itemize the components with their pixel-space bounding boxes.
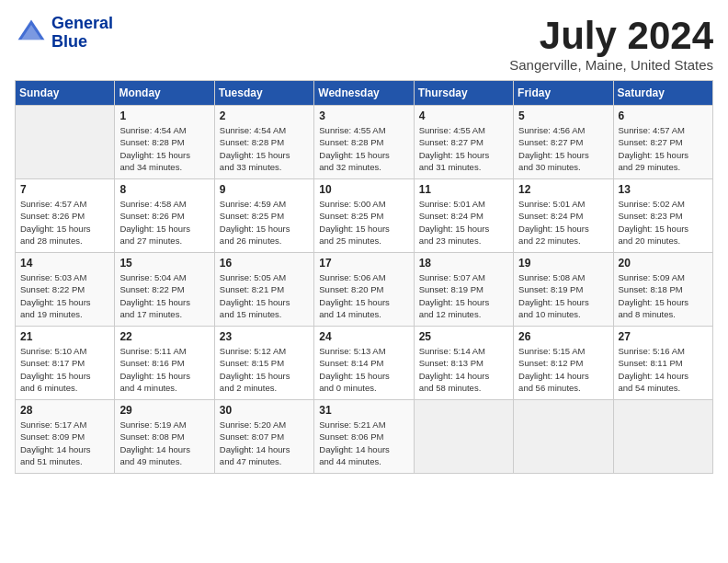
day-number: 12 — [518, 183, 608, 196]
day-number: 22 — [119, 330, 209, 343]
calendar-cell: 10Sunrise: 5:00 AM Sunset: 8:25 PM Dayli… — [314, 179, 414, 253]
day-info: Sunrise: 5:15 AM Sunset: 8:12 PM Dayligh… — [518, 345, 608, 394]
day-info: Sunrise: 4:59 AM Sunset: 8:25 PM Dayligh… — [220, 198, 309, 247]
day-number: 21 — [20, 330, 109, 343]
calendar-cell: 26Sunrise: 5:15 AM Sunset: 8:12 PM Dayli… — [514, 327, 613, 400]
day-number: 19 — [518, 257, 608, 270]
calendar-cell: 19Sunrise: 5:08 AM Sunset: 8:19 PM Dayli… — [514, 253, 613, 327]
calendar-cell: 22Sunrise: 5:11 AM Sunset: 8:16 PM Dayli… — [115, 327, 214, 400]
day-info: Sunrise: 5:13 AM Sunset: 8:14 PM Dayligh… — [319, 345, 408, 394]
month-title: July 2024 — [509, 15, 713, 57]
calendar-cell: 7Sunrise: 4:57 AM Sunset: 8:26 PM Daylig… — [16, 179, 115, 253]
day-info: Sunrise: 4:54 AM Sunset: 8:28 PM Dayligh… — [119, 124, 209, 173]
day-number: 27 — [619, 330, 708, 343]
calendar-week-row: 21Sunrise: 5:10 AM Sunset: 8:17 PM Dayli… — [16, 327, 713, 400]
logo-icon — [15, 17, 48, 50]
day-info: Sunrise: 5:07 AM Sunset: 8:19 PM Dayligh… — [419, 271, 508, 320]
day-number: 30 — [220, 404, 309, 417]
day-number: 11 — [419, 183, 508, 196]
calendar-cell: 20Sunrise: 5:09 AM Sunset: 8:18 PM Dayli… — [613, 253, 712, 327]
calendar-table: SundayMondayTuesdayWednesdayThursdayFrid… — [15, 80, 713, 474]
day-info: Sunrise: 5:21 AM Sunset: 8:06 PM Dayligh… — [319, 419, 408, 467]
day-number: 26 — [518, 330, 608, 343]
day-info: Sunrise: 4:58 AM Sunset: 8:26 PM Dayligh… — [119, 198, 209, 247]
day-info: Sunrise: 5:03 AM Sunset: 8:22 PM Dayligh… — [20, 271, 109, 320]
calendar-cell — [16, 106, 115, 179]
day-info: Sunrise: 5:05 AM Sunset: 8:21 PM Dayligh… — [220, 271, 309, 320]
day-info: Sunrise: 5:19 AM Sunset: 8:08 PM Dayligh… — [119, 419, 209, 467]
day-number: 20 — [619, 257, 708, 270]
calendar-cell: 24Sunrise: 5:13 AM Sunset: 8:14 PM Dayli… — [314, 327, 414, 400]
calendar-cell: 31Sunrise: 5:21 AM Sunset: 8:06 PM Dayli… — [314, 400, 414, 474]
day-number: 18 — [419, 257, 508, 270]
weekday-header: Monday — [115, 81, 214, 106]
weekday-header: Tuesday — [214, 81, 313, 106]
day-info: Sunrise: 4:57 AM Sunset: 8:27 PM Dayligh… — [619, 124, 708, 173]
calendar-week-row: 28Sunrise: 5:17 AM Sunset: 8:09 PM Dayli… — [16, 400, 713, 474]
day-number: 29 — [119, 404, 209, 417]
day-info: Sunrise: 5:11 AM Sunset: 8:16 PM Dayligh… — [119, 345, 209, 394]
day-info: Sunrise: 5:12 AM Sunset: 8:15 PM Dayligh… — [220, 345, 309, 394]
day-number: 17 — [319, 257, 408, 270]
day-info: Sunrise: 5:01 AM Sunset: 8:24 PM Dayligh… — [518, 198, 608, 247]
weekday-header: Saturday — [613, 81, 712, 106]
day-info: Sunrise: 5:01 AM Sunset: 8:24 PM Dayligh… — [419, 198, 508, 247]
calendar-cell: 12Sunrise: 5:01 AM Sunset: 8:24 PM Dayli… — [514, 179, 613, 253]
calendar-week-row: 7Sunrise: 4:57 AM Sunset: 8:26 PM Daylig… — [16, 179, 713, 253]
logo: General Blue — [15, 15, 113, 52]
day-number: 28 — [20, 404, 109, 417]
day-info: Sunrise: 5:06 AM Sunset: 8:20 PM Dayligh… — [319, 271, 408, 320]
day-info: Sunrise: 4:54 AM Sunset: 8:28 PM Dayligh… — [220, 124, 309, 173]
calendar-cell: 1Sunrise: 4:54 AM Sunset: 8:28 PM Daylig… — [115, 106, 214, 179]
day-number: 5 — [518, 109, 608, 122]
calendar-week-row: 1Sunrise: 4:54 AM Sunset: 8:28 PM Daylig… — [16, 106, 713, 179]
calendar-cell: 9Sunrise: 4:59 AM Sunset: 8:25 PM Daylig… — [214, 179, 313, 253]
calendar-cell: 17Sunrise: 5:06 AM Sunset: 8:20 PM Dayli… — [314, 253, 414, 327]
day-info: Sunrise: 5:08 AM Sunset: 8:19 PM Dayligh… — [518, 271, 608, 320]
calendar-cell: 5Sunrise: 4:56 AM Sunset: 8:27 PM Daylig… — [514, 106, 613, 179]
calendar-cell: 14Sunrise: 5:03 AM Sunset: 8:22 PM Dayli… — [16, 253, 115, 327]
day-info: Sunrise: 4:55 AM Sunset: 8:28 PM Dayligh… — [319, 124, 408, 173]
calendar-cell: 27Sunrise: 5:16 AM Sunset: 8:11 PM Dayli… — [613, 327, 712, 400]
calendar-cell — [613, 400, 712, 474]
day-info: Sunrise: 5:02 AM Sunset: 8:23 PM Dayligh… — [619, 198, 708, 247]
calendar-cell: 30Sunrise: 5:20 AM Sunset: 8:07 PM Dayli… — [214, 400, 313, 474]
day-number: 15 — [119, 257, 209, 270]
calendar-cell: 2Sunrise: 4:54 AM Sunset: 8:28 PM Daylig… — [214, 106, 313, 179]
day-number: 14 — [20, 257, 109, 270]
calendar-cell: 4Sunrise: 4:55 AM Sunset: 8:27 PM Daylig… — [414, 106, 513, 179]
day-info: Sunrise: 5:10 AM Sunset: 8:17 PM Dayligh… — [20, 345, 109, 394]
day-number: 8 — [119, 183, 209, 196]
day-number: 31 — [319, 404, 408, 417]
day-number: 25 — [419, 330, 508, 343]
day-number: 13 — [619, 183, 708, 196]
day-info: Sunrise: 5:04 AM Sunset: 8:22 PM Dayligh… — [119, 271, 209, 320]
day-number: 23 — [220, 330, 309, 343]
day-number: 24 — [319, 330, 408, 343]
calendar-cell: 11Sunrise: 5:01 AM Sunset: 8:24 PM Dayli… — [414, 179, 513, 253]
calendar-cell: 18Sunrise: 5:07 AM Sunset: 8:19 PM Dayli… — [414, 253, 513, 327]
calendar-cell: 23Sunrise: 5:12 AM Sunset: 8:15 PM Dayli… — [214, 327, 313, 400]
calendar-cell: 25Sunrise: 5:14 AM Sunset: 8:13 PM Dayli… — [414, 327, 513, 400]
page-header: General Blue July 2024 Sangerville, Main… — [15, 15, 713, 73]
calendar-cell: 28Sunrise: 5:17 AM Sunset: 8:09 PM Dayli… — [16, 400, 115, 474]
title-block: July 2024 Sangerville, Maine, United Sta… — [509, 15, 713, 73]
header-row: SundayMondayTuesdayWednesdayThursdayFrid… — [16, 81, 713, 106]
weekday-header: Thursday — [414, 81, 513, 106]
day-number: 9 — [220, 183, 309, 196]
calendar-cell: 13Sunrise: 5:02 AM Sunset: 8:23 PM Dayli… — [613, 179, 712, 253]
calendar-cell — [414, 400, 513, 474]
weekday-header: Sunday — [16, 81, 115, 106]
day-info: Sunrise: 5:09 AM Sunset: 8:18 PM Dayligh… — [619, 271, 708, 320]
day-number: 3 — [319, 109, 408, 122]
day-info: Sunrise: 5:17 AM Sunset: 8:09 PM Dayligh… — [20, 419, 109, 467]
day-info: Sunrise: 4:56 AM Sunset: 8:27 PM Dayligh… — [518, 124, 608, 173]
day-info: Sunrise: 5:14 AM Sunset: 8:13 PM Dayligh… — [419, 345, 508, 394]
day-info: Sunrise: 4:57 AM Sunset: 8:26 PM Dayligh… — [20, 198, 109, 247]
calendar-cell: 15Sunrise: 5:04 AM Sunset: 8:22 PM Dayli… — [115, 253, 214, 327]
day-number: 16 — [220, 257, 309, 270]
calendar-cell: 3Sunrise: 4:55 AM Sunset: 8:28 PM Daylig… — [314, 106, 414, 179]
location: Sangerville, Maine, United States — [509, 57, 713, 73]
calendar-week-row: 14Sunrise: 5:03 AM Sunset: 8:22 PM Dayli… — [16, 253, 713, 327]
day-number: 7 — [20, 183, 109, 196]
